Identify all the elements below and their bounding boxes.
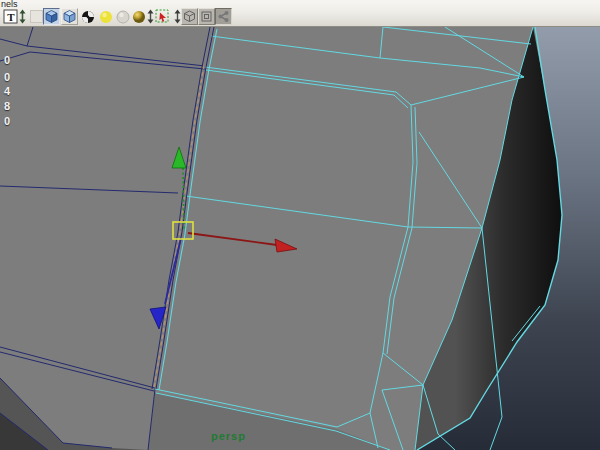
channel-value: 0 [4,116,10,127]
shaded-cube-icon [45,10,58,23]
marquee-select-icon [155,9,170,24]
text-tool-icon: T [3,9,18,24]
channel-value: 8 [4,101,10,112]
channel-value: 0 [4,55,10,66]
marquee-select-button[interactable] [154,8,171,25]
viewport-canvas[interactable] [0,27,600,450]
checkered-sphere-button[interactable] [79,8,96,25]
gray-sphere-button[interactable] [114,8,131,25]
wireframe-cube-icon [63,10,76,23]
pane-splitter-handle[interactable] [147,8,154,25]
ghost-icon [30,10,43,23]
pane-splitter-icon [147,9,154,24]
channel-value: 4 [4,86,10,97]
text-tool-button[interactable]: T [2,8,19,25]
gray-sphere-icon [116,10,130,24]
yellow-sphere-button[interactable] [97,8,114,25]
pane-splitter-handle[interactable] [174,8,181,25]
svg-text:T: T [7,11,15,23]
checkered-sphere-icon [81,10,95,24]
pane-splitter-icon [19,9,26,24]
node-graph-icon [217,10,230,23]
maya-window: nels T [0,0,600,450]
gold-sphere-button[interactable] [130,8,147,25]
yellow-sphere-icon [99,10,113,24]
perspective-viewport[interactable]: 0 0 4 8 0 [0,27,600,450]
shaded-cube-button[interactable] [43,8,60,25]
nested-square-icon [200,10,213,23]
pane-splitter-handle[interactable] [19,8,26,25]
node-graph-button[interactable] [215,8,232,25]
gold-sphere-icon [132,10,146,24]
wireframe-cube-button[interactable] [61,8,78,25]
pane-splitter-icon [174,9,181,24]
camera-name-label: persp [211,430,246,442]
channel-value: 0 [4,72,10,83]
cube-outline-icon [183,10,196,23]
nested-square-button[interactable] [198,8,215,25]
panel-toolbar: nels T [0,0,600,27]
cube-outline-button[interactable] [181,8,198,25]
